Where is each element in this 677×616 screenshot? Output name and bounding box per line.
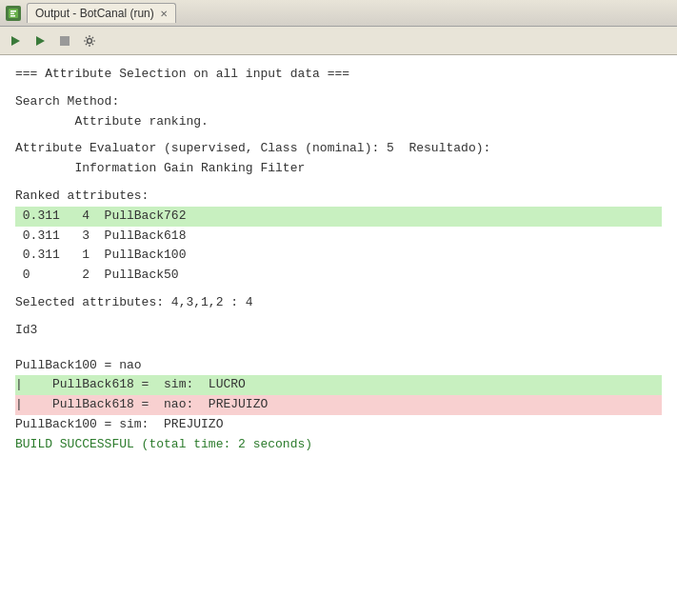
output-line: Search Method: — [15, 92, 662, 112]
output-line-red-highlighted: | PullBack618 = nao: PREJUIZO — [15, 395, 662, 415]
output-line: PullBack100 = sim: PREJUIZO — [15, 415, 662, 435]
stop-button[interactable] — [53, 30, 76, 52]
tab-close-button[interactable]: ✕ — [160, 9, 168, 19]
output-line: PullBack100 = nao — [15, 356, 662, 376]
svg-rect-1 — [10, 10, 16, 12]
main-window: Output - BotCanal (run) ✕ — [0, 0, 677, 616]
tab-label: Output - BotCanal (run) — [35, 7, 154, 20]
svg-rect-2 — [10, 12, 14, 14]
output-line-green-highlighted: | PullBack618 = sim: LUCRO — [15, 375, 662, 395]
output-line: 0 2 PullBack50 — [15, 266, 662, 286]
output-line: Ranked attributes: — [15, 187, 662, 207]
output-line: Id3 — [15, 321, 662, 341]
output-tab[interactable]: Output - BotCanal (run) ✕ — [27, 3, 176, 23]
run-button-2[interactable] — [29, 30, 51, 52]
settings-button[interactable] — [78, 30, 101, 52]
output-line: Attribute Evaluator (supervised, Class (… — [15, 139, 662, 159]
output-line: === Attribute Selection on all input dat… — [15, 65, 662, 85]
svg-point-7 — [88, 38, 92, 43]
output-line-highlighted: 0.311 4 PullBack762 — [15, 207, 662, 227]
output-line: Attribute ranking. — [15, 112, 662, 132]
svg-rect-6 — [60, 36, 70, 46]
title-bar: Output - BotCanal (run) ✕ — [0, 0, 677, 27]
svg-marker-4 — [11, 36, 20, 46]
build-success-line: BUILD SUCCESSFUL (total time: 2 seconds) — [15, 435, 662, 455]
svg-marker-5 — [36, 36, 45, 46]
output-line: 0.311 3 PullBack618 — [15, 227, 662, 247]
run-button[interactable] — [4, 30, 27, 52]
output-line: 0.311 1 PullBack100 — [15, 246, 662, 266]
output-line: Information Gain Ranking Filter — [15, 159, 662, 179]
output-line: Selected attributes: 4,3,1,2 : 4 — [15, 293, 662, 313]
toolbar — [0, 27, 677, 55]
window-icon — [6, 6, 21, 21]
output-area[interactable]: === Attribute Selection on all input dat… — [0, 55, 677, 616]
svg-rect-3 — [10, 15, 15, 17]
